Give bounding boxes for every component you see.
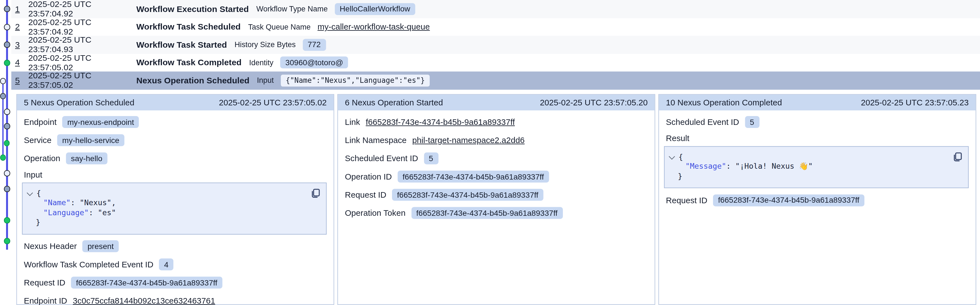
panel-title: 5 Nexus Operation Scheduled	[24, 98, 135, 107]
event-row-4[interactable]: 42025-02-25 UTC 23:57:05.02Workflow Task…	[11, 54, 980, 71]
field-value-link[interactable]: 3c0c75ccfa8144b092c13ce632463761	[73, 296, 215, 305]
event-detail-panel: 10 Nexus Operation Completed2025-02-25 U…	[659, 94, 976, 305]
detail-field: Link Namespacephil-target-namespace2.a2d…	[345, 134, 648, 146]
event-id-link[interactable]: 1	[15, 4, 22, 14]
field-label: Service	[24, 136, 52, 145]
collapse-chevron-icon[interactable]	[27, 190, 33, 196]
panel-title: 10 Nexus Operation Completed	[666, 98, 782, 107]
detail-field: Workflow Task Completed Event ID4	[24, 258, 327, 271]
panel-title: 6 Nexus Operation Started	[345, 98, 443, 107]
event-time: 2025-02-25 UTC 23:57:04.93	[28, 35, 136, 54]
copy-button[interactable]	[310, 188, 321, 198]
json-token: "es"	[98, 208, 116, 217]
event-detail-label: History Size Bytes	[234, 40, 296, 49]
timeline-dot-gray	[4, 6, 10, 12]
field-value-link[interactable]: phil-target-namespace2.a2dd6	[412, 136, 525, 145]
event-id-link[interactable]: 5	[15, 76, 22, 85]
field-label: Endpoint ID	[24, 296, 67, 305]
copy-button[interactable]	[952, 152, 963, 161]
field-value-badge: my-hello-service	[57, 134, 124, 146]
field-value-badge: 5	[424, 153, 438, 164]
field-value-link[interactable]: f665283f-743e-4374-b45b-9a61a89337ff	[366, 117, 515, 127]
field-value-badge: 4	[159, 258, 173, 270]
collapse-chevron-icon[interactable]	[669, 153, 675, 159]
event-row-1[interactable]: 12025-02-25 UTC 23:57:04.92Workflow Exec…	[11, 0, 980, 18]
field-label: Link Namespace	[345, 136, 407, 145]
field-value-badge: f665283f-743e-4374-b45b-9a61a89337ff	[71, 277, 222, 289]
event-detail-value-link[interactable]: my-caller-workflow-task-queue	[317, 22, 430, 32]
timeline-dot-green	[4, 238, 10, 244]
field-label: Nexus Header	[24, 242, 77, 251]
detail-field: Operation Tokenf665283f-743e-4374-b45b-9…	[345, 207, 648, 219]
field-label: Request ID	[345, 190, 386, 200]
field-label: Operation	[24, 153, 60, 163]
event-row-3[interactable]: 32025-02-25 UTC 23:57:04.93Workflow Task…	[11, 36, 980, 54]
json-token: "Nexus",	[80, 198, 116, 207]
event-time: 2025-02-25 UTC 23:57:04.92	[28, 17, 136, 36]
event-name: Workflow Task Scheduled	[136, 22, 241, 32]
json-line: "Name": "Nexus",	[28, 198, 320, 208]
field-value-badge: f665283f-743e-4374-b45b-9a61a89337ff	[713, 194, 864, 206]
copy-icon	[310, 188, 321, 198]
field-value-badge: my-nexus-endpoint	[62, 116, 139, 128]
json-token: "Message"	[686, 162, 726, 171]
event-detail-label: Identity	[249, 58, 273, 67]
field-label: Operation Token	[345, 208, 406, 218]
event-name: Workflow Execution Started	[136, 4, 249, 14]
json-viewer: {"Name": "Nexus","Language": "es"}	[22, 182, 327, 234]
detail-field: Request IDf665283f-743e-4374-b45b-9a61a8…	[666, 194, 969, 206]
timeline-dot-green	[4, 217, 10, 223]
json-line: "Language": "es"	[28, 208, 320, 218]
panel-header: 10 Nexus Operation Completed2025-02-25 U…	[659, 95, 975, 110]
event-name: Nexus Operation Scheduled	[136, 76, 249, 85]
json-token: :	[726, 162, 735, 171]
field-label: Request ID	[24, 278, 65, 288]
detail-field: Endpointmy-nexus-endpoint	[24, 116, 327, 128]
detail-field: Scheduled Event ID5	[666, 116, 969, 128]
event-detail-panels: 5 Nexus Operation Scheduled2025-02-25 UT…	[16, 94, 976, 305]
timeline-dot-green	[0, 155, 6, 160]
copy-icon	[952, 152, 963, 161]
json-token: "Name"	[43, 198, 71, 207]
timeline-dot-light	[4, 24, 10, 30]
detail-field: Linkf665283f-743e-4374-b45b-9a61a89337ff	[345, 116, 648, 128]
panel-header: 6 Nexus Operation Started2025-02-25 UTC …	[338, 95, 655, 110]
timeline-dot-gray	[4, 41, 10, 47]
event-detail-panel: 5 Nexus Operation Scheduled2025-02-25 UT…	[16, 94, 334, 305]
event-detail-value-badge: 30960@totoro@	[280, 57, 348, 69]
detail-field: Endpoint ID3c0c75ccfa8144b092c13ce632463…	[24, 294, 327, 305]
event-id-link[interactable]: 3	[15, 40, 22, 49]
field-label: Operation ID	[345, 172, 392, 182]
event-detail-value-badge: 772	[303, 39, 326, 51]
event-id-link[interactable]: 2	[15, 22, 22, 32]
event-row-5[interactable]: 52025-02-25 UTC 23:57:05.02Nexus Operati…	[11, 72, 980, 90]
json-line: {	[670, 152, 962, 162]
event-row-2[interactable]: 22025-02-25 UTC 23:57:04.92Workflow Task…	[11, 18, 980, 36]
json-token: "Language"	[43, 208, 89, 217]
panel-body: Linkf665283f-743e-4374-b45b-9a61a89337ff…	[338, 116, 655, 219]
timeline-dot-green	[4, 60, 10, 65]
json-token: :	[89, 208, 98, 217]
timeline-dot-gray	[0, 93, 6, 99]
event-history-view: 12025-02-25 UTC 23:57:04.92Workflow Exec…	[0, 0, 980, 305]
field-value-badge: say-hello	[66, 153, 108, 164]
timeline-dot-light	[4, 170, 10, 176]
event-detail-panel: 6 Nexus Operation Started2025-02-25 UTC …	[337, 94, 655, 305]
panel-header: 5 Nexus Operation Scheduled2025-02-25 UT…	[17, 95, 334, 110]
field-value-badge: f665283f-743e-4374-b45b-9a61a89337ff	[398, 171, 549, 183]
event-id-link[interactable]: 4	[15, 58, 22, 68]
panel-timestamp: 2025-02-25 UTC 23:57:05.23	[861, 98, 969, 107]
timeline-dot-light	[0, 78, 6, 84]
event-time: 2025-02-25 UTC 23:57:04.92	[28, 0, 136, 18]
event-name: Workflow Task Started	[136, 40, 227, 49]
timeline-branch-line	[2, 81, 4, 158]
field-label: Endpoint	[24, 117, 57, 127]
event-time: 2025-02-25 UTC 23:57:05.02	[28, 71, 136, 90]
json-token: {	[678, 152, 683, 161]
panel-timestamp: 2025-02-25 UTC 23:57:05.02	[219, 98, 327, 107]
detail-field: Servicemy-hello-service	[24, 134, 327, 146]
field-value-badge: 5	[745, 116, 759, 128]
panel-body: Scheduled Event ID5Result{"Message": "¡H…	[659, 116, 975, 206]
timeline-dot-green	[4, 140, 10, 146]
json-line: }	[670, 171, 962, 181]
